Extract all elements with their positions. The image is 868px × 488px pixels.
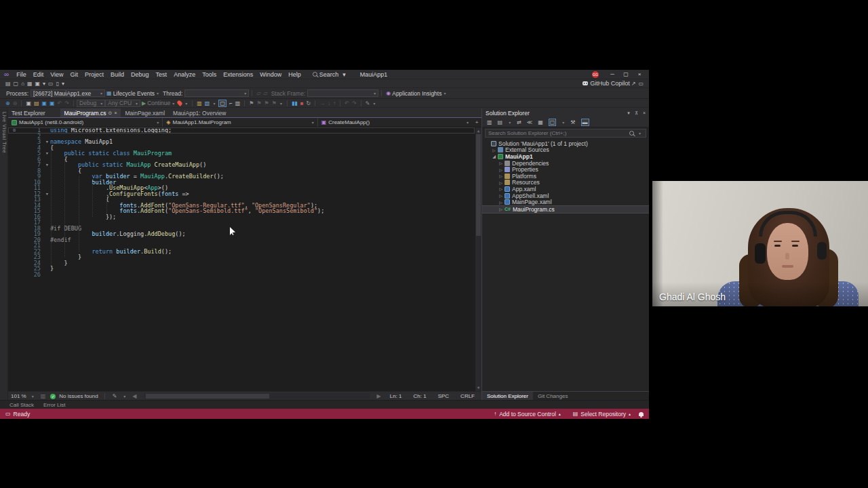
breakpoint-margin[interactable]: [8, 249, 20, 255]
live-property-explorer-icon[interactable]: ▧: [205, 100, 210, 106]
menu-view[interactable]: View: [47, 71, 66, 78]
expand-arrow[interactable]: ▷: [498, 186, 504, 191]
split-add-icon[interactable]: +: [472, 119, 481, 125]
github-copilot-icon[interactable]: [583, 81, 588, 85]
scroll-right-arrow[interactable]: ▶: [377, 393, 381, 399]
show-layout-adorners-icon[interactable]: ▥: [235, 100, 241, 106]
tree-item-app-xaml[interactable]: ▷App.xaml: [482, 186, 649, 192]
process-combo[interactable]: [26672] MauiApp1.exe▾: [31, 89, 105, 97]
tree-item-dependencies[interactable]: ▷Dependencies: [482, 160, 649, 167]
health-status[interactable]: No issues found: [59, 393, 98, 399]
breakpoint-margin[interactable]: [8, 180, 20, 186]
expand-arrow[interactable]: ▷: [498, 200, 504, 205]
menu-help[interactable]: Help: [285, 71, 304, 78]
tab-test-explorer[interactable]: Test Explorer: [8, 108, 51, 117]
breakpoint-margin[interactable]: [8, 150, 20, 157]
code-cleanup-icon[interactable]: ✎: [366, 100, 370, 106]
menu-analyze[interactable]: Analyze: [170, 71, 199, 78]
add-to-source-control-button[interactable]: Add to Source Control: [499, 411, 556, 418]
project-dropdown[interactable]: MauiApp1 (net8.0-android)▾: [8, 118, 163, 127]
notifications-bell-icon[interactable]: [639, 412, 644, 416]
copilot-share-icon[interactable]: ↗: [631, 81, 636, 87]
breakpoint-margin[interactable]: [8, 254, 20, 260]
space-indicator[interactable]: SPC: [434, 393, 453, 399]
breakpoint-margin[interactable]: [8, 134, 20, 140]
breakpoint-margin[interactable]: [8, 157, 20, 163]
close-panel-icon[interactable]: ×: [643, 110, 646, 115]
live-visual-tree-icon[interactable]: ▥: [197, 100, 202, 106]
tool-tab-error-list[interactable]: Error List: [43, 402, 65, 408]
element-picker-icon[interactable]: ⌐: [229, 100, 233, 106]
tree-item-mauiprogram-cs[interactable]: ▷C#MauiProgram.cs: [482, 205, 649, 214]
tab-mauiprogram-cs[interactable]: MauiProgram.cs⊙×: [60, 108, 121, 117]
stop-debugging-icon[interactable]: ■: [300, 100, 304, 106]
tab-mauiapp1-overview[interactable]: MauiApp1: Overview: [169, 108, 230, 117]
breakpoint-margin[interactable]: [8, 266, 20, 272]
solution-search-input[interactable]: Search Solution Explorer (Ctrl+;) ▾: [485, 129, 646, 138]
expand-arrow[interactable]: ◢: [491, 154, 497, 159]
expand-arrow[interactable]: ▷: [498, 193, 504, 198]
menu-debug[interactable]: Debug: [127, 71, 153, 78]
solution-platform-combo[interactable]: Any CPU▾: [105, 100, 140, 107]
new-file-icon[interactable]: ▢: [14, 81, 19, 87]
breakpoint-margin[interactable]: [8, 145, 20, 151]
maximize-button[interactable]: ▢: [619, 71, 633, 77]
breakpoint-margin[interactable]: [8, 220, 20, 226]
pending-changes-filter-icon[interactable]: ▤: [498, 119, 503, 125]
fold-marker[interactable]: ▼: [44, 150, 50, 157]
tree-item-appshell-xaml[interactable]: ▷AppShell.xaml: [482, 192, 649, 199]
breakpoint-margin[interactable]: [8, 208, 20, 214]
menu-project[interactable]: Project: [81, 71, 107, 78]
breakpoint-margin[interactable]: [8, 197, 20, 203]
split-view-icon[interactable]: ▣: [35, 81, 41, 87]
flag-threads-icon[interactable]: ▱: [264, 90, 268, 96]
select-repository-button[interactable]: Select Repository: [580, 411, 626, 418]
menu-git[interactable]: Git: [67, 71, 82, 78]
close-button[interactable]: ×: [633, 71, 646, 77]
properties-icon[interactable]: ▦: [538, 119, 543, 125]
break-all-icon[interactable]: ▮▮: [292, 100, 298, 106]
tree-item-properties[interactable]: ▷Properties: [482, 166, 649, 173]
fold-marker[interactable]: ▼: [44, 162, 50, 168]
collapse-all-icon[interactable]: ≪: [527, 119, 532, 125]
tree-item-mauiapp1[interactable]: ◢MauiApp1: [482, 153, 649, 160]
restart-icon[interactable]: ↻: [307, 100, 311, 106]
menu-tools[interactable]: Tools: [199, 71, 220, 78]
device-preview-icon[interactable]: ▭: [48, 81, 54, 87]
breakpoint-margin[interactable]: [8, 191, 20, 197]
expand-arrow[interactable]: ▷: [491, 148, 497, 152]
frame-picker-icon[interactable]: ▦: [27, 81, 33, 87]
fold-marker[interactable]: ▼: [44, 191, 50, 197]
tab-mainpage-xaml[interactable]: MainPage.xaml: [121, 108, 169, 117]
preview-selected-items-icon[interactable]: ▬: [581, 119, 589, 126]
expand-arrow[interactable]: ▷: [498, 180, 504, 185]
sync-icon[interactable]: ⇄: [517, 119, 521, 125]
xaml-hot-reload-enabled-icon[interactable]: ▢: [218, 100, 226, 107]
overflow-chevron-icon[interactable]: ▾: [43, 81, 45, 87]
tree-item-external-sources[interactable]: ▷External Sources: [482, 147, 649, 154]
pin-icon[interactable]: ⊼: [635, 110, 638, 116]
expand-arrow[interactable]: ▷: [498, 161, 504, 165]
breakpoint-margin[interactable]: [8, 214, 20, 220]
tree-item-mainpage-xaml[interactable]: ▷MainPage.xaml: [482, 199, 649, 205]
menu-edit[interactable]: Edit: [30, 71, 47, 78]
menu-build[interactable]: Build: [107, 71, 127, 78]
breakpoint-margin[interactable]: [8, 203, 20, 209]
breakpoint-margin[interactable]: [8, 174, 20, 180]
breakpoint-margin[interactable]: [8, 226, 20, 232]
save-icon[interactable]: ▣: [42, 100, 47, 106]
window-position-icon[interactable]: ▾: [627, 110, 630, 116]
close-tab-icon[interactable]: ×: [114, 110, 117, 115]
breakpoint-margin[interactable]: [8, 139, 20, 145]
live-visual-tree-tab[interactable]: Live Visual Tree: [0, 108, 8, 401]
home-icon[interactable]: ⌂: [21, 81, 24, 87]
search-box[interactable]: Search ▾: [310, 70, 351, 78]
fold-marker[interactable]: ▼: [44, 139, 50, 145]
expand-arrow[interactable]: ▷: [498, 207, 504, 211]
breakpoint-margin[interactable]: [8, 243, 20, 249]
show-threads-icon[interactable]: ▱: [256, 90, 260, 96]
account-avatar[interactable]: GG: [592, 71, 599, 78]
breakpoint-margin[interactable]: [8, 168, 20, 174]
menu-file[interactable]: File: [13, 71, 30, 78]
tree-item-resources[interactable]: ▷Resources: [482, 180, 649, 186]
